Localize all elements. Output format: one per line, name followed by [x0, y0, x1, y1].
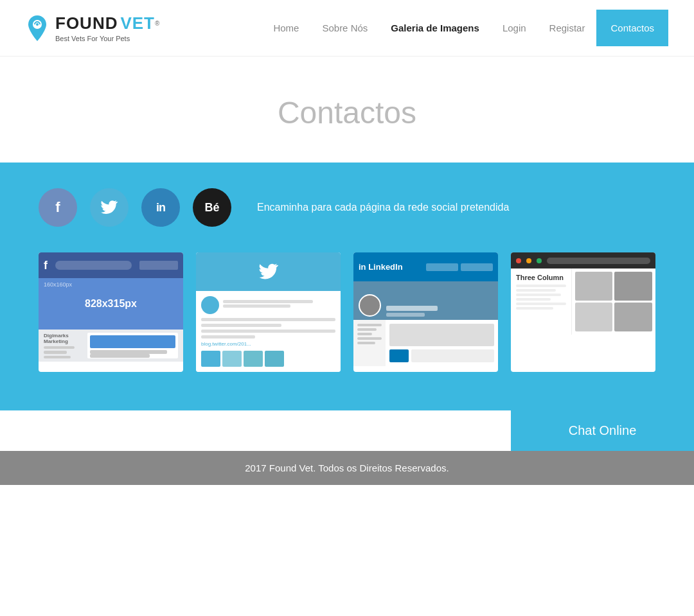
- nav-galeria[interactable]: Galeria de Imagens: [379, 17, 491, 39]
- header: FOUND VET ® Best Vets For Your Pets Home…: [0, 0, 694, 57]
- page-title-section: Contactos: [0, 57, 694, 163]
- logo-found: FOUND: [55, 13, 118, 33]
- screenshots-row: f 160x160px 828x315px DigimarksMarketing: [39, 252, 655, 372]
- nav-login[interactable]: Login: [491, 17, 538, 39]
- linkedin-icon[interactable]: in: [141, 188, 180, 227]
- screenshot-facebook: f 160x160px 828x315px DigimarksMarketing: [39, 252, 183, 372]
- svg-point-1: [36, 23, 39, 26]
- screenshot-behance: Three Column: [511, 252, 655, 372]
- chat-online-button[interactable]: Chat Online: [511, 410, 694, 451]
- logo-brand: FOUND VET ®: [55, 13, 160, 33]
- screenshot-twitter: blog.twitter.com/201...: [196, 252, 341, 372]
- fb-dimensions: 828x315px: [85, 298, 137, 310]
- twitter-icon[interactable]: [90, 188, 129, 227]
- logo-area: FOUND VET ® Best Vets For Your Pets: [26, 13, 160, 42]
- nav-contactos[interactable]: Contactos: [596, 10, 668, 46]
- blue-section: f in Bé Encaminha para cada página da re…: [0, 163, 694, 410]
- chat-spacer: [0, 410, 511, 451]
- logo-vet: VET: [120, 13, 155, 33]
- facebook-icon[interactable]: f: [39, 188, 77, 227]
- nav-registar[interactable]: Registar: [538, 17, 597, 39]
- logo-icon: [26, 14, 49, 42]
- logo-registered: ®: [155, 20, 160, 27]
- social-row: f in Bé Encaminha para cada página da re…: [39, 188, 655, 227]
- page-title: Contactos: [0, 95, 694, 130]
- footer-text: 2017 Found Vet. Todos os Direitos Reserv…: [245, 462, 449, 473]
- logo-text: FOUND VET ® Best Vets For Your Pets: [55, 13, 160, 42]
- screenshot-linkedin: in LinkedIn: [353, 252, 498, 372]
- footer: 2017 Found Vet. Todos os Direitos Reserv…: [0, 451, 694, 485]
- nav-sobre[interactable]: Sobre Nós: [310, 17, 379, 39]
- main-nav: Home Sobre Nós Galeria de Imagens Login …: [262, 10, 668, 46]
- behance-icon[interactable]: Bé: [193, 188, 231, 227]
- logo-tagline: Best Vets For Your Pets: [55, 35, 160, 42]
- social-description: Encaminha para cada página da rede socia…: [257, 202, 509, 213]
- nav-home[interactable]: Home: [262, 17, 310, 39]
- chat-area: Chat Online: [0, 410, 694, 451]
